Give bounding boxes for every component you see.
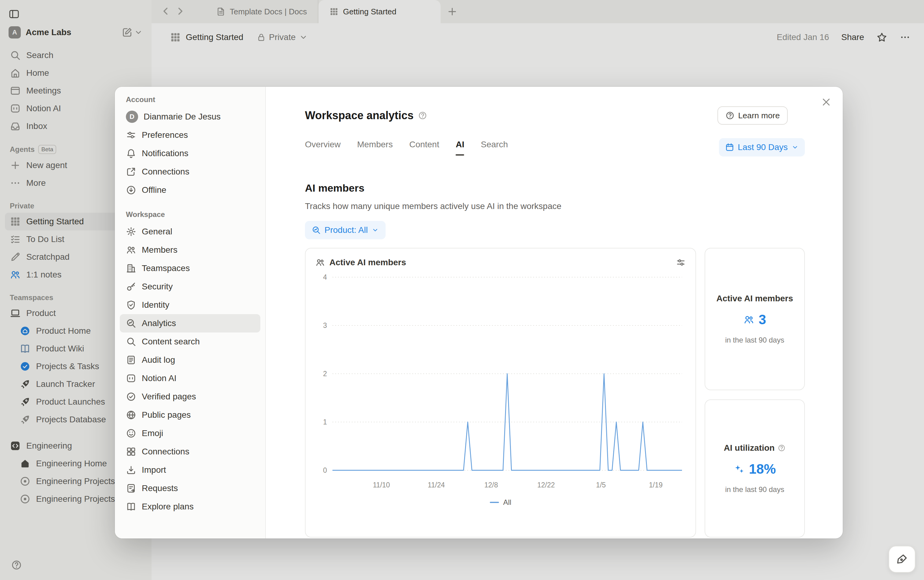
settings-item-verified-pages[interactable]: Verified pages <box>120 387 260 406</box>
people-icon <box>743 314 754 325</box>
settings-item-general[interactable]: General <box>120 222 260 241</box>
notion-ai-floating-button[interactable] <box>889 546 916 573</box>
calendar-icon <box>725 143 734 152</box>
date-range-dropdown[interactable]: Last 90 Days <box>719 138 805 157</box>
svg-text:12/8: 12/8 <box>484 481 498 489</box>
download-circle-icon <box>126 185 136 195</box>
stat-title: Active AI members <box>716 294 793 303</box>
settings-item-emoji[interactable]: Emoji <box>120 424 260 443</box>
settings-item-account-user[interactable]: D Dianmarie De Jesus <box>120 107 260 126</box>
tab-search[interactable]: Search <box>481 140 508 155</box>
sparkles-icon <box>734 463 744 475</box>
settings-item-label: Security <box>142 282 173 292</box>
settings-item-connections-ws[interactable]: Connections <box>120 443 260 461</box>
settings-item-public-pages[interactable]: Public pages <box>120 406 260 424</box>
close-icon[interactable] <box>821 97 832 107</box>
gear-icon <box>126 226 136 237</box>
stat-caption: in the last 90 days <box>725 485 784 494</box>
chart-title: Active AI members <box>329 258 406 267</box>
settings-section-account: Account <box>126 96 254 104</box>
notion-app-window: A Acme Labs Search Home Meetings Notion … <box>0 0 924 580</box>
svg-text:0: 0 <box>323 466 327 474</box>
settings-item-import[interactable]: Import <box>120 461 260 479</box>
settings-item-explore-plans[interactable]: Explore plans <box>120 498 260 516</box>
settings-item-security[interactable]: Security <box>120 277 260 296</box>
product-filter-chip[interactable]: Product: All <box>305 221 385 239</box>
settings-item-preferences[interactable]: Preferences <box>120 126 260 144</box>
date-range-label: Last 90 Days <box>738 142 788 152</box>
legend-label: All <box>503 498 512 507</box>
analytics-icon <box>126 318 136 328</box>
legend-line-swatch <box>490 502 499 503</box>
settings-item-requests[interactable]: Requests <box>120 479 260 498</box>
settings-item-members[interactable]: Members <box>120 241 260 259</box>
section-title: AI members <box>305 182 805 194</box>
settings-item-label: Members <box>142 245 178 255</box>
settings-item-label: Audit log <box>142 355 175 365</box>
settings-item-label: Identity <box>142 300 169 310</box>
settings-item-label: Public pages <box>142 410 191 420</box>
settings-nav: Account D Dianmarie De Jesus Preferences… <box>115 87 266 539</box>
smiley-icon <box>126 428 136 438</box>
settings-item-label: Notion AI <box>142 373 176 383</box>
svg-text:2: 2 <box>323 370 327 378</box>
settings-item-content-search[interactable]: Content search <box>120 333 260 351</box>
settings-item-teamspaces[interactable]: Teamspaces <box>120 259 260 277</box>
settings-item-label: Analytics <box>142 318 176 328</box>
svg-text:1: 1 <box>323 418 327 426</box>
settings-item-label: Offline <box>142 185 166 195</box>
settings-item-label: Connections <box>142 447 189 456</box>
chevron-down-icon <box>791 143 799 151</box>
stat-value: 18% <box>749 461 776 477</box>
settings-item-label: Emoji <box>142 428 163 438</box>
settings-item-connections[interactable]: Connections <box>120 163 260 181</box>
stat-caption: in the last 90 days <box>725 336 784 344</box>
tab-ai[interactable]: AI <box>456 140 464 155</box>
notion-ai-icon <box>126 373 136 384</box>
help-circle-icon[interactable] <box>418 111 427 120</box>
analytics-tabs: Overview Members Content AI Search Last … <box>305 138 805 157</box>
settings-item-audit-log[interactable]: Audit log <box>120 351 260 369</box>
svg-text:11/24: 11/24 <box>428 481 445 489</box>
settings-item-label: Import <box>142 465 166 475</box>
external-link-icon <box>126 166 136 177</box>
filter-label: Product: All <box>324 225 368 235</box>
settings-section-workspace: Workspace <box>126 210 254 219</box>
chart-options-icon[interactable] <box>676 258 686 267</box>
settings-modal: Account D Dianmarie De Jesus Preferences… <box>115 87 843 539</box>
settings-item-notion-ai[interactable]: Notion AI <box>120 369 260 387</box>
tab-content[interactable]: Content <box>409 140 439 155</box>
pen-icon <box>896 553 908 565</box>
people-icon <box>126 245 136 255</box>
question-circle-icon[interactable] <box>777 444 786 452</box>
analytics-panel: Workspace analytics Learn more Overview … <box>266 87 843 539</box>
settings-item-notifications[interactable]: Notifications <box>120 144 260 163</box>
building-icon <box>126 263 136 274</box>
book-icon <box>126 501 136 512</box>
tab-overview[interactable]: Overview <box>305 140 341 155</box>
section-description: Tracks how many unique members actively … <box>305 201 805 211</box>
settings-item-offline[interactable]: Offline <box>120 181 260 199</box>
key-icon <box>126 282 136 292</box>
ai-utilization-stat-card: AI utilization 18% in the last 90 days <box>705 399 805 537</box>
chart-legend: All <box>315 498 686 507</box>
bell-icon <box>126 148 136 158</box>
learn-more-label: Learn more <box>738 111 780 120</box>
svg-text:4: 4 <box>323 273 327 281</box>
svg-text:1/5: 1/5 <box>596 481 606 489</box>
settings-item-identity[interactable]: Identity <box>120 296 260 314</box>
svg-text:12/22: 12/22 <box>537 481 555 489</box>
clipboard-list-icon <box>126 355 136 365</box>
avatar: D <box>126 110 138 123</box>
settings-item-label: Notifications <box>142 148 189 158</box>
settings-item-label: Connections <box>142 167 189 176</box>
settings-item-analytics[interactable]: Analytics <box>120 314 260 333</box>
question-circle-icon <box>725 111 735 120</box>
settings-item-label: General <box>142 227 172 237</box>
tab-members[interactable]: Members <box>357 140 393 155</box>
learn-more-button[interactable]: Learn more <box>717 106 788 125</box>
ai-members-line-chart: 0123411/1011/2412/812/221/51/19 <box>315 267 686 495</box>
globe-icon <box>126 410 136 420</box>
svg-text:1/19: 1/19 <box>649 481 663 489</box>
chevron-down-icon <box>372 226 379 234</box>
